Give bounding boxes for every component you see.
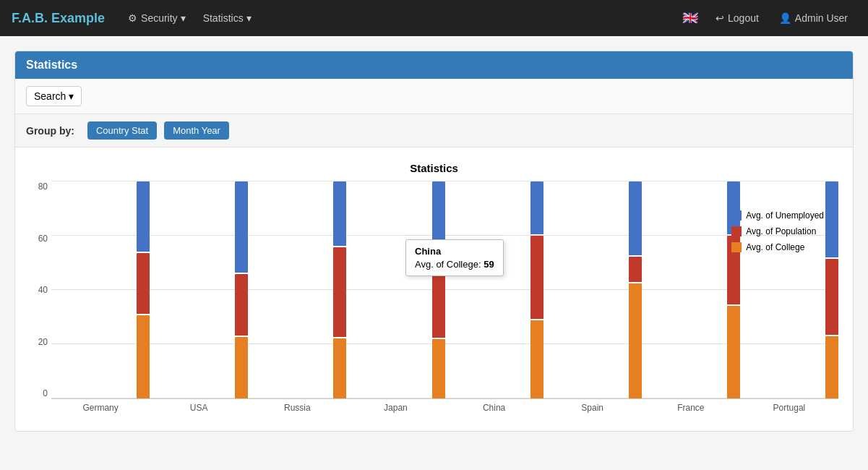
navbar: F.A.B. Example ⚙ Security ▾ Statistics ▾… (0, 0, 868, 36)
blue-bar[interactable] (137, 181, 150, 252)
chart-title: Statistics (30, 162, 838, 174)
logout-icon: ↩ (716, 12, 724, 24)
groupby-country-stat-button[interactable]: Country Stat (87, 121, 157, 140)
orange-bar[interactable] (727, 306, 740, 399)
panel-body: Search ▾ Group by: Country Stat Month Ye… (15, 79, 853, 431)
red-bar[interactable] (235, 274, 248, 336)
orange-bar[interactable] (235, 337, 248, 398)
bar-group (150, 181, 248, 398)
blue-bar[interactable] (629, 181, 642, 255)
groupby-bar: Group by: Country Stat Month Year (15, 114, 853, 148)
gear-icon: ⚙ (128, 12, 137, 24)
country-label: France (642, 399, 740, 413)
legend-item: Avg. of Unemployed (731, 210, 824, 221)
country-label: Japan (346, 399, 444, 413)
blue-bar[interactable] (432, 181, 445, 266)
orange-bar[interactable] (825, 336, 838, 398)
legend-label: Avg. of Unemployed (746, 210, 824, 221)
search-dropdown-button[interactable]: Search ▾ (26, 86, 82, 106)
orange-bar[interactable] (333, 338, 346, 398)
country-label: China (445, 399, 543, 413)
red-bar[interactable] (432, 268, 445, 338)
legend-item: Avg. of Population (731, 226, 824, 236)
flag-icon: 🇬🇧 (682, 10, 698, 26)
statistics-panel: Statistics Search ▾ Group by: Country St… (14, 51, 854, 432)
y-axis-label: 0 (30, 388, 48, 398)
chevron-down-icon: ▾ (69, 90, 74, 102)
nav-security[interactable]: ⚙ Security ▾ (119, 0, 194, 36)
bar-group (543, 181, 642, 398)
page-content: Statistics Search ▾ Group by: Country St… (0, 36, 868, 446)
nav-right: 🇬🇧 ↩ Logout 👤 Admin User (682, 8, 856, 28)
bar-group (445, 181, 543, 398)
legend: Avg. of UnemployedAvg. of PopulationAvg.… (731, 210, 824, 252)
country-label: Russia (248, 399, 346, 413)
y-axis-label: 60 (30, 234, 48, 244)
red-bar[interactable] (825, 259, 838, 335)
y-axis-label: 20 (30, 337, 48, 347)
bar-group (642, 181, 740, 398)
panel-heading: Statistics (15, 51, 853, 79)
bar-group (51, 181, 150, 398)
blue-bar[interactable] (825, 181, 838, 257)
red-bar[interactable] (137, 253, 150, 314)
panel-title: Statistics (26, 59, 77, 71)
user-icon: 👤 (779, 12, 791, 24)
red-bar[interactable] (530, 236, 543, 319)
country-label: Spain (543, 399, 642, 413)
blue-bar[interactable] (235, 181, 248, 273)
chart-area: Statistics 020406080 GermanyUSARussiaJap (15, 148, 853, 431)
orange-bar[interactable] (432, 339, 445, 398)
bar-group (248, 181, 346, 398)
legend-item: Avg. of College (731, 242, 824, 252)
y-axis-label: 40 (30, 285, 48, 295)
chevron-down-icon: ▾ (181, 12, 186, 24)
groupby-label: Group by: (26, 125, 74, 137)
groupby-month-year-button[interactable]: Month Year (164, 121, 229, 140)
blue-bar[interactable] (530, 181, 543, 234)
search-bar: Search ▾ (15, 79, 853, 114)
logout-button[interactable]: ↩ Logout (707, 8, 768, 28)
orange-bar[interactable] (137, 315, 150, 398)
bar-group (346, 181, 444, 398)
orange-bar[interactable] (629, 283, 642, 398)
orange-bar[interactable] (530, 320, 543, 398)
red-bar[interactable] (333, 247, 346, 337)
legend-swatch (731, 226, 742, 236)
chevron-down-icon: ▾ (246, 12, 252, 24)
y-axis: 020406080 (30, 181, 51, 398)
country-label: Portugal (740, 399, 838, 413)
chart-inner: GermanyUSARussiaJapanChinaSpainFrancePor… (51, 181, 838, 416)
legend-label: Avg. of College (746, 242, 804, 252)
legend-swatch (731, 242, 742, 252)
country-label: USA (150, 399, 248, 413)
y-axis-label: 80 (30, 181, 48, 192)
nav-statistics[interactable]: Statistics ▾ (194, 0, 260, 36)
brand-logo[interactable]: F.A.B. Example (12, 11, 105, 26)
red-bar[interactable] (629, 257, 642, 283)
legend-swatch (731, 210, 742, 221)
country-label: Germany (51, 399, 150, 413)
blue-bar[interactable] (333, 181, 346, 246)
legend-label: Avg. of Population (746, 226, 816, 236)
user-menu-button[interactable]: 👤 Admin User (770, 8, 856, 28)
